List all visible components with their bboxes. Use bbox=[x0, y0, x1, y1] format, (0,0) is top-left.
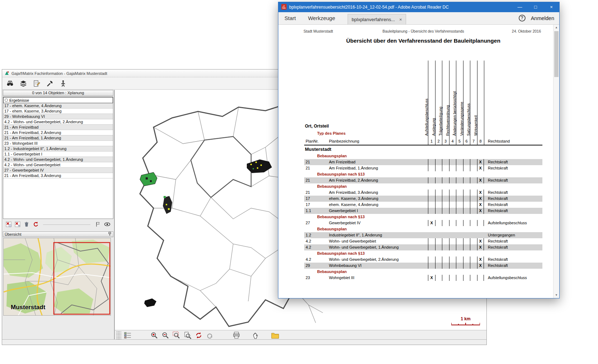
tab-werkzeuge[interactable]: Werkzeuge bbox=[302, 12, 342, 24]
acrobat-tabbar: Start Werkzeuge bplxplanverfahrens... × … bbox=[278, 12, 559, 25]
gaja-logo-icon bbox=[4, 71, 9, 76]
result-item[interactable]: 17 - ehem. Kaserne, 4.Änderung bbox=[3, 103, 113, 109]
result-item[interactable]: 4.2 - Wohn- und Gewerbegebiet bbox=[3, 162, 113, 168]
mark-cell-2 bbox=[435, 202, 442, 208]
anmelden-link[interactable]: Anmelden bbox=[531, 15, 554, 21]
toolbar-grip[interactable] bbox=[116, 331, 121, 340]
person-icon[interactable] bbox=[59, 79, 67, 88]
result-item[interactable]: 29 - Wohnbebauung VI bbox=[3, 114, 113, 119]
plan-row: 1.2Industriegebiet II", 1.ÄnderungUnterg… bbox=[304, 232, 542, 238]
maximize-button[interactable]: □ bbox=[528, 2, 543, 12]
gaja-statusbar bbox=[2, 339, 486, 345]
mark-cell-5 bbox=[456, 220, 463, 226]
mark-cell-2 bbox=[435, 165, 442, 171]
rechtsstand-value: Rechtskraft bbox=[488, 209, 508, 213]
tab-close-icon[interactable]: × bbox=[399, 17, 402, 22]
print-icon[interactable] bbox=[232, 331, 241, 340]
help-icon[interactable]: ? bbox=[519, 15, 526, 21]
document-tab[interactable]: bplxplanverfahrens... × bbox=[348, 14, 406, 24]
mark-cell-3 bbox=[442, 202, 449, 208]
result-item[interactable]: 27 - Gewerbegebiet IV bbox=[3, 168, 113, 173]
mark-cell-8 bbox=[477, 275, 484, 281]
plan-type-heading: Bebauungsplan nach §13 bbox=[304, 214, 542, 220]
refresh-icon[interactable] bbox=[194, 331, 203, 340]
plan-number: 4.2 bbox=[306, 245, 311, 249]
uebersicht-header[interactable]: Übersicht bbox=[3, 231, 113, 237]
scroll-down-icon[interactable]: ▼ bbox=[554, 293, 559, 298]
mark-cell-2 bbox=[435, 159, 442, 165]
map-toolbar bbox=[114, 330, 486, 340]
result-item[interactable]: 4.2 - Wohn- und Gewerbegebiet, 2.Änderun… bbox=[3, 119, 113, 125]
mark-cell-3 bbox=[442, 165, 449, 171]
open-folder-icon[interactable] bbox=[270, 331, 280, 340]
mark-cell-6 bbox=[463, 208, 470, 214]
plan-name: Am Freizeitbad, 3.Änderung bbox=[329, 190, 378, 195]
result-item[interactable]: 4.2 - Wohn- und Gewerbegebiet, 1.Änderun… bbox=[3, 157, 113, 162]
mark-cell-5 bbox=[456, 257, 463, 263]
results-root[interactable]: Ergebnisse bbox=[3, 97, 113, 103]
mark-cell-2 bbox=[435, 177, 442, 183]
notes-icon[interactable] bbox=[32, 79, 41, 88]
zoom-window-icon[interactable] bbox=[172, 331, 181, 340]
zoom-in-icon[interactable] bbox=[150, 331, 159, 340]
plan-type-heading: Bebauungsplan bbox=[304, 226, 542, 232]
trash-icon[interactable] bbox=[24, 221, 29, 229]
mark-cell-7 bbox=[470, 159, 477, 165]
status-marks: X bbox=[428, 177, 484, 183]
status-marks: X bbox=[428, 263, 484, 269]
acrobat-window-title: bplxplanverfahrensuebersicht2016-10-24_1… bbox=[289, 5, 449, 10]
legend-icon[interactable] bbox=[123, 331, 132, 340]
pan-hand-icon[interactable] bbox=[251, 331, 260, 340]
mark-cell-6 bbox=[463, 196, 470, 202]
mark-cell-8: X bbox=[477, 190, 484, 196]
layers-icon[interactable] bbox=[19, 79, 28, 88]
result-item[interactable]: 21 - Am Freizeitbad, 1.Änderung bbox=[3, 135, 113, 141]
search-icon[interactable] bbox=[6, 79, 14, 88]
status-marks: X bbox=[428, 159, 484, 165]
results-list: 17 - ehem. Kaserne, 4.Änderung17 - ehem.… bbox=[3, 103, 113, 178]
reset-icon[interactable] bbox=[33, 221, 38, 229]
plan-type-heading: Bebauungsplan bbox=[304, 153, 542, 159]
zoom-out-icon[interactable] bbox=[161, 331, 170, 340]
result-item[interactable]: 1.2 - Industriegebiet II", 1.Änderung bbox=[3, 146, 113, 152]
mark-cell-2 bbox=[435, 220, 442, 226]
undo-icon[interactable] bbox=[205, 331, 215, 340]
minimize-button[interactable]: — bbox=[512, 2, 528, 12]
tabbar-right: ? Anmelden bbox=[519, 12, 559, 24]
scrollbar[interactable]: ▲ ▼ bbox=[553, 25, 559, 298]
plan-number: 29 bbox=[306, 263, 310, 268]
result-item[interactable]: 21 - Am Freizeitbad, 2.Änderung bbox=[3, 130, 113, 135]
eye-icon[interactable] bbox=[104, 221, 110, 229]
scroll-up-icon[interactable]: ▲ bbox=[554, 25, 559, 30]
result-item[interactable]: 1.1 - Gewerbegebiet I bbox=[3, 152, 113, 157]
flag-icon[interactable] bbox=[95, 221, 101, 229]
mark-cell-2 bbox=[435, 263, 442, 269]
scroll-thumb[interactable] bbox=[554, 31, 559, 77]
overview-map[interactable]: Musterstadt bbox=[3, 238, 111, 316]
plan-row: 27Gewerbegebiet IVXAufstellungsbeschluss bbox=[304, 220, 542, 226]
close-button[interactable]: × bbox=[543, 2, 559, 12]
mark-cell-2 bbox=[435, 190, 442, 196]
rechtsstand-value: Aufstellungsbeschluss bbox=[488, 276, 527, 280]
plan-row: 21Am FreizeitbadXRechtskraft bbox=[304, 159, 542, 165]
delete-object-icon[interactable] bbox=[6, 221, 11, 229]
result-item[interactable]: 17 - ehem. Kaserne, 3.Änderung bbox=[3, 109, 113, 114]
column-number-6: 6 bbox=[463, 139, 470, 143]
zoom-extent-icon[interactable] bbox=[183, 331, 192, 340]
pin-icon[interactable] bbox=[108, 232, 112, 237]
plan-number: 21 bbox=[306, 178, 310, 182]
mark-cell-6 bbox=[463, 275, 470, 281]
tab-start[interactable]: Start bbox=[278, 12, 302, 24]
plan-number: 4.2 bbox=[306, 239, 311, 243]
column-label-8: Wirksamkeit bbox=[473, 115, 479, 136]
mark-cell-8: X bbox=[477, 257, 484, 263]
result-item[interactable]: 23 - Wohngebiet III bbox=[3, 141, 113, 146]
plan-name: Wohn- und Gewerbegebiet bbox=[329, 239, 376, 243]
tools-icon[interactable] bbox=[46, 79, 54, 88]
plan-name: Am Freizeitbad, 2.Änderung bbox=[329, 178, 378, 182]
result-item[interactable]: 21 - Am Freizeitbad bbox=[3, 125, 113, 130]
acrobat-titlebar[interactable]: bplxplanverfahrensuebersicht2016-10-24_1… bbox=[278, 2, 559, 12]
delete-all-icon[interactable] bbox=[15, 221, 20, 229]
pdf-table: Ort, Ortsteil Typ des Planes PlanNr. Pla… bbox=[304, 61, 542, 290]
result-item[interactable]: 21 - Am Freizeitbad, 3.Änderung bbox=[3, 173, 113, 178]
